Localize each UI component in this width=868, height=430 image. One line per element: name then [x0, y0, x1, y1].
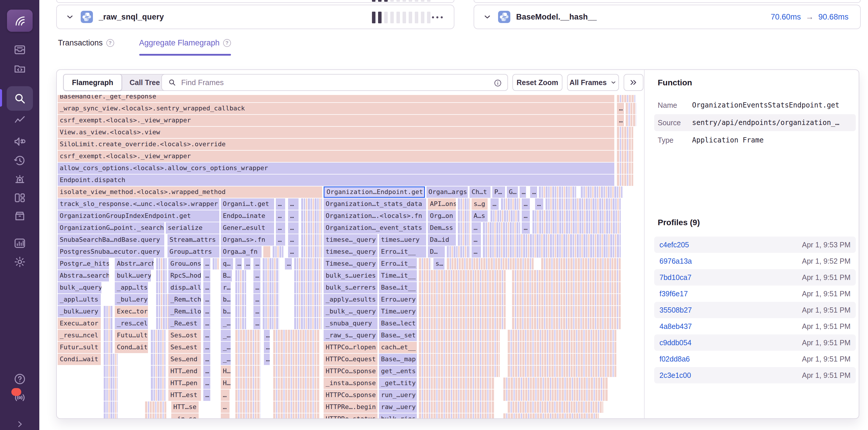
flamegraph-frame[interactable]: SiloLimit.create_override.<locals>.overr… [58, 139, 614, 150]
flamegraph-frame[interactable]: Ses…ost [168, 330, 201, 341]
flamegraph-minified-frames[interactable] [263, 282, 279, 294]
sidebar-item-whats-new[interactable] [0, 391, 39, 404]
sidebar-item-stats[interactable] [0, 237, 39, 250]
flamegraph-frame[interactable]: … [203, 270, 210, 281]
flamegraph-frame[interactable]: Time…it__ [379, 270, 417, 281]
duration-after[interactable]: 90.68ms [818, 12, 848, 22]
flamegraph-frame[interactable]: … [530, 186, 537, 198]
flamegraph-frame[interactable]: Endpo…inate [221, 210, 274, 222]
reset-zoom-button[interactable]: Reset Zoom [513, 74, 562, 91]
flamegraph-frame[interactable]: _resu…ncel [58, 330, 101, 341]
flamegraph-frame[interactable]: csrf_exempt.<locals>._view_wrapper [58, 151, 614, 162]
flamegraph-frame[interactable]: … [522, 198, 530, 210]
flamegraph-frame[interactable]: _appl…ults [58, 294, 101, 305]
flamegraph-minified-frames[interactable] [503, 377, 608, 389]
flamegraph-minified-frames[interactable] [104, 354, 118, 365]
flamegraph-frame[interactable]: … [264, 342, 270, 353]
flamegraph-frame[interactable]: get_…ents [379, 366, 417, 377]
flamegraph-frame[interactable]: … [472, 234, 481, 246]
flamegraph-minified-frames[interactable] [273, 354, 319, 365]
flamegraph-minified-frames[interactable] [145, 401, 166, 413]
flamegraph-mode-button[interactable]: Flamegraph [63, 74, 122, 91]
flamegraph-frame[interactable]: HTTPCo…rlopen [323, 342, 377, 353]
flamegraph-minified-frames[interactable] [273, 330, 319, 341]
search-input[interactable] [181, 78, 491, 87]
flamegraph-frame[interactable]: b… [221, 306, 231, 317]
flamegraph-minified-frames[interactable] [104, 390, 118, 401]
flamegraph-minified-frames[interactable] [512, 294, 621, 305]
chevron-down-icon[interactable] [483, 12, 492, 21]
flamegraph-frame[interactable]: Futu…ult [115, 330, 148, 341]
flamegraph-frame[interactable]: PostgresSnuba…ecutor.query [58, 246, 164, 257]
flamegraph-minified-frames[interactable] [273, 413, 319, 419]
flamegraph-minified-frames[interactable] [294, 258, 321, 270]
flamegraph-frame[interactable]: … [253, 258, 260, 270]
flamegraph-frame[interactable]: Ch…t [469, 186, 491, 198]
flamegraph-minified-frames[interactable] [235, 270, 246, 281]
flamegraph-frame[interactable]: Time…uery [379, 306, 417, 317]
flamegraph-frame[interactable]: _insta…sponse [323, 377, 377, 389]
flamegraph-frame[interactable]: Base…_map [379, 354, 417, 365]
flamegraph-frame[interactable]: _Re…est [168, 318, 201, 329]
flamegraph-minified-frames[interactable] [301, 234, 322, 246]
flamegraph-minified-frames[interactable] [263, 258, 279, 270]
flamegraph-frame[interactable]: Condi…wait [58, 354, 101, 365]
flamegraph-frame[interactable]: … [288, 198, 299, 210]
flamegraph-minified-frames[interactable] [104, 377, 118, 389]
flamegraph-minified-frames[interactable] [301, 210, 322, 222]
flamegraph-frame[interactable]: HTTPCo…sponse [323, 366, 377, 377]
flamegraph-viewport[interactable]: BaseHandler._get_response_wrap_sync_view… [58, 95, 644, 419]
flamegraph-minified-frames[interactable] [104, 366, 118, 377]
flamegraph-frame[interactable]: D… [428, 246, 445, 257]
flamegraph-frame[interactable]: run_…uery [379, 390, 417, 401]
flamegraph-minified-frames[interactable] [419, 306, 506, 317]
flamegraph-minified-frames[interactable] [235, 294, 246, 305]
flamegraph-frame[interactable]: … [203, 330, 210, 341]
flamegraph-frame[interactable]: View.as_view.<locals>.view [58, 127, 614, 138]
profile-link[interactable]: c9ddb054 [659, 339, 691, 347]
flamegraph-frame[interactable]: bulk…ries [379, 413, 417, 419]
flamegraph-minified-frames[interactable] [532, 222, 621, 234]
flamegraph-frame[interactable]: HTT…end [168, 366, 201, 377]
flamegraph-frame[interactable]: … [288, 222, 299, 234]
flamegraph-frame[interactable]: … [264, 354, 270, 365]
flamegraph-minified-frames[interactable] [491, 210, 520, 222]
sidebar-item-feedback[interactable] [0, 134, 39, 148]
flamegraph-minified-frames[interactable] [508, 330, 616, 341]
flamegraph-frame[interactable]: Base…_set [379, 330, 417, 341]
flamegraph-frame[interactable]: s… [433, 258, 444, 270]
flamegraph-frame[interactable]: raw_…uery [379, 401, 417, 413]
flamegraph-frame[interactable]: HTT…est [168, 390, 201, 401]
flamegraph-frame[interactable]: q… [221, 258, 233, 270]
flamegraph-minified-frames[interactable] [483, 222, 520, 234]
flamegraph-minified-frames[interactable] [301, 222, 322, 234]
flamegraph-frame[interactable]: _bul…ery [115, 294, 148, 305]
tab-transactions[interactable]: Transactions ? [58, 38, 114, 56]
help-tooltip-icon[interactable]: ? [106, 39, 114, 47]
flamegraph-frame[interactable]: Ses…est [168, 342, 201, 353]
flamegraph-frame[interactable]: … [221, 413, 229, 419]
flamegraph-frame[interactable]: … [617, 115, 624, 126]
profile-link[interactable]: 6976a13a [659, 257, 692, 266]
profile-link[interactable]: f02dd8a6 [659, 355, 690, 363]
profile-link[interactable]: 2c3e1c00 [659, 371, 691, 379]
flamegraph-frame[interactable]: … [203, 306, 210, 317]
flamegraph-minified-frames[interactable] [151, 342, 165, 353]
flamegraph-minified-frames[interactable] [503, 413, 599, 419]
flamegraph-minified-frames[interactable] [458, 234, 470, 246]
frames-filter-dropdown[interactable]: All Frames [567, 74, 619, 91]
sidebar-item-releases[interactable] [0, 209, 39, 222]
flamegraph-minified-frames[interactable] [617, 127, 633, 138]
flamegraph-frame[interactable]: _bulk…uery [58, 306, 101, 317]
flamegraph-frame[interactable]: bulk_…query [58, 282, 101, 294]
flamegraph-frame[interactable]: Futur…sult [58, 342, 101, 353]
flamegraph-frame[interactable]: … [472, 222, 481, 234]
flamegraph-minified-frames[interactable] [294, 294, 321, 305]
flamegraph-frame[interactable]: _bulk_…_query [323, 306, 377, 317]
sidebar-item-insights[interactable] [0, 113, 39, 126]
flamegraph-minified-frames[interactable] [419, 318, 506, 329]
flamegraph-minified-frames[interactable] [273, 366, 319, 377]
flamegraph-minified-frames[interactable] [273, 246, 284, 257]
flamegraph-minified-frames[interactable] [263, 306, 279, 317]
flamegraph-frame[interactable]: Erro…it__ [379, 246, 426, 257]
